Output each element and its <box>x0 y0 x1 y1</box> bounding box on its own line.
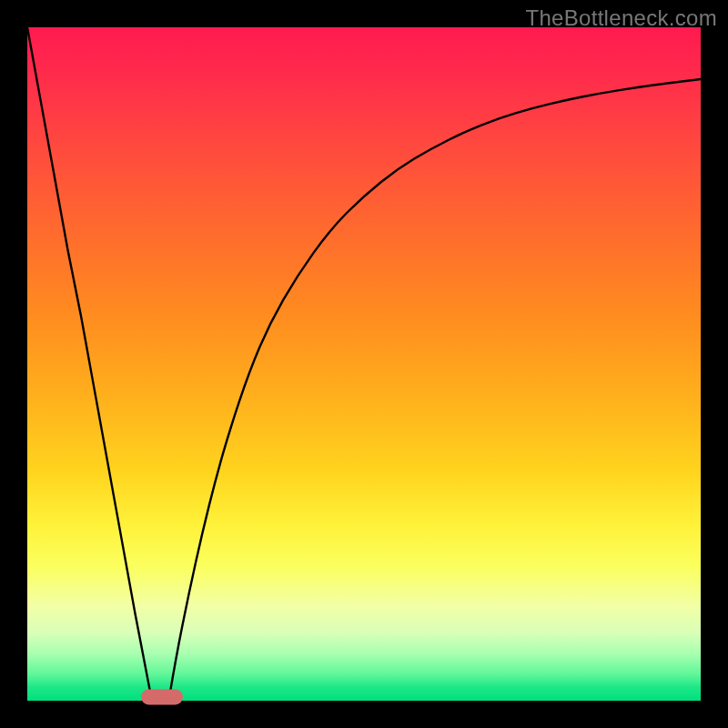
plot-area <box>27 27 701 701</box>
bottleneck-marker <box>141 690 183 705</box>
chart-frame: TheBottleneck.com <box>0 0 728 728</box>
left-branch-line <box>27 27 152 701</box>
curve-layer <box>27 27 701 701</box>
right-branch-line <box>168 79 701 701</box>
